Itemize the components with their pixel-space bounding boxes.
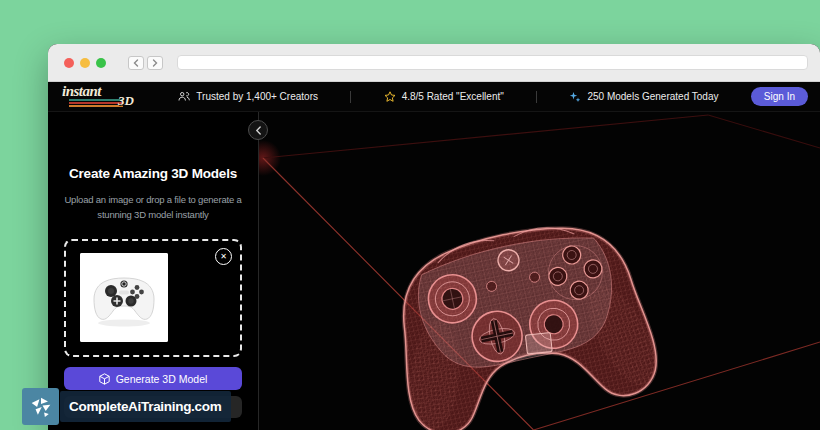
chevron-left-icon [255, 126, 262, 135]
site-header: instant 3D Trusted by 1,400+ Creators [48, 82, 820, 112]
browser-window: instant 3D Trusted by 1,400+ Creators [48, 44, 820, 430]
divider [536, 91, 537, 103]
forward-button[interactable] [147, 56, 163, 70]
chevron-right-icon [152, 59, 158, 67]
badge-rating: 4.8/5 Rated "Excellent" [384, 91, 504, 103]
zoom-window-button[interactable] [96, 58, 106, 68]
instant3d-logo[interactable]: instant 3D [62, 84, 146, 110]
uploaded-image-preview [80, 253, 168, 342]
badge-label: 250 Models Generated Today [587, 91, 718, 102]
model-viewport[interactable] [259, 112, 820, 430]
page-title: Create Amazing 3D Models [69, 166, 237, 181]
trust-badges: Trusted by 1,400+ Creators 4.8/5 Rated "… [146, 91, 751, 103]
xbox-controller-photo [80, 253, 168, 342]
sign-in-button[interactable]: Sign In [751, 87, 808, 106]
bounding-box-edge [263, 115, 708, 158]
badge-label: Trusted by 1,400+ Creators [196, 91, 318, 102]
close-window-button[interactable] [64, 58, 74, 68]
upload-sidebar: Create Amazing 3D Models Upload an image… [48, 112, 259, 430]
generate-3d-model-button[interactable]: Generate 3D Model [64, 367, 242, 390]
page-content: Create Amazing 3D Models Upload an image… [48, 112, 820, 430]
wireframe-scene [259, 112, 820, 430]
generate-button-label: Generate 3D Model [116, 373, 208, 385]
page-subtitle: Upload an image or drop a file to genera… [64, 193, 242, 222]
logo-3d-suffix: 3D [118, 93, 134, 109]
star-icon [384, 91, 396, 103]
upload-dropzone[interactable]: ✕ [64, 239, 242, 357]
sparkle-icon [569, 91, 581, 103]
sidebar-collapse-button[interactable] [248, 120, 268, 140]
desktop-background: { "browser": { "url": "" }, "header": { … [0, 0, 820, 430]
axis-vertex-glow [259, 140, 281, 176]
window-controls [64, 58, 106, 68]
close-icon: ✕ [220, 253, 227, 261]
users-icon [178, 91, 190, 102]
badge-models-today: 250 Models Generated Today [569, 91, 718, 103]
address-input[interactable] [178, 61, 807, 74]
remove-image-button[interactable]: ✕ [215, 248, 232, 265]
badge-label: 4.8/5 Rated "Excellent" [402, 91, 504, 102]
watermark: CompleteAiTraining.com [22, 388, 231, 425]
cube-icon [99, 373, 110, 385]
badge-trusted-creators: Trusted by 1,400+ Creators [178, 91, 318, 102]
logo-stripes [69, 99, 123, 108]
complete-ai-training-logo-icon [22, 388, 59, 425]
controller-wireframe-model [372, 207, 672, 430]
watermark-text: CompleteAiTraining.com [60, 391, 231, 422]
browser-chrome-bar [48, 44, 820, 82]
address-bar [177, 55, 808, 70]
minimize-window-button[interactable] [80, 58, 90, 68]
divider [350, 91, 351, 103]
chevron-left-icon [133, 59, 139, 67]
back-button[interactable] [128, 56, 144, 70]
bounding-box-edge [708, 115, 820, 148]
